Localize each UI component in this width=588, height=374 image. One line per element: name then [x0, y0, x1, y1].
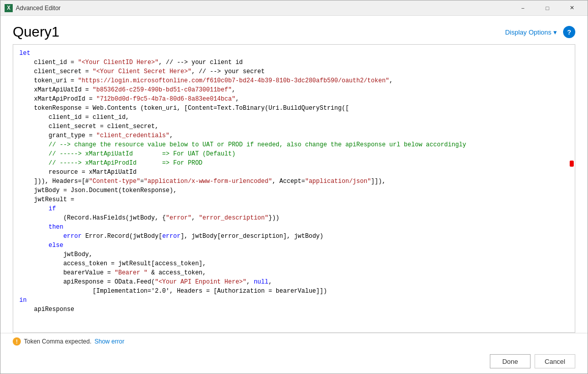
code-line: [Implementation='2.0', Headers = [Author… — [19, 287, 569, 296]
code-line: apiResponse = OData.Feed("<Your API Enpo… — [19, 277, 569, 287]
footer: Done Cancel — [1, 349, 587, 373]
close-button[interactable]: ✕ — [560, 1, 583, 16]
code-editor[interactable]: let client_id = "<Your ClientID Here>", … — [13, 45, 575, 332]
titlebar-controls: − □ ✕ — [511, 1, 583, 16]
header: Query1 Display Options ▾ ? — [1, 16, 587, 44]
minimize-button[interactable]: − — [511, 1, 535, 16]
query-title: Query1 — [13, 24, 60, 40]
done-button[interactable]: Done — [490, 354, 531, 368]
help-button[interactable]: ? — [563, 26, 575, 38]
code-line: // -----> xMartApiUatId => For UAT (Defa… — [19, 149, 569, 159]
code-line: let — [19, 49, 569, 58]
status-bar: ! Token Comma expected. Show error — [1, 333, 587, 349]
show-error-link[interactable]: Show error — [95, 338, 125, 345]
code-line: error Error.Record(jwtBody[error], jwtBo… — [19, 232, 569, 241]
cancel-button[interactable]: Cancel — [535, 354, 575, 368]
header-right: Display Options ▾ ? — [505, 26, 575, 38]
code-line: then — [19, 223, 569, 232]
code-line: jwtBody, — [19, 250, 569, 259]
code-line: jwtResult = — [19, 195, 569, 204]
code-line: access_token = jwtResult[access_token], — [19, 259, 569, 268]
display-options-button[interactable]: Display Options ▾ — [505, 28, 557, 36]
code-line: else — [19, 241, 569, 250]
code-line: token_uri = "https://login.microsoftonli… — [19, 76, 569, 85]
chevron-down-icon: ▾ — [553, 28, 557, 36]
code-line: bearerValue = "Bearer " & access_token, — [19, 268, 569, 277]
error-scroll-marker — [570, 161, 574, 167]
code-line: // -----> xMartApiProdId => For PROD — [19, 159, 569, 168]
code-line: apiResponse — [19, 305, 569, 314]
code-line: grant_type = "client_credentials", — [19, 131, 569, 140]
code-line: (Record.HasFields(jwtBody, {"error", "er… — [19, 213, 569, 223]
display-options-label: Display Options — [505, 28, 551, 36]
app-icon: X — [5, 4, 13, 12]
maximize-button[interactable]: □ — [536, 1, 559, 16]
titlebar-title: Advanced Editor — [16, 5, 511, 12]
code-line: client_id = client_id, — [19, 113, 569, 122]
code-line: resource = xMartApiUatId — [19, 168, 569, 177]
titlebar: X Advanced Editor − □ ✕ — [1, 1, 587, 16]
code-line: in — [19, 296, 569, 305]
error-text: Token Comma expected. — [24, 338, 92, 345]
code-line: xMartApiUatId = "b85362d6-c259-490b-bd51… — [19, 85, 569, 95]
code-line: ])), Headers=[#"Content-type"="applicati… — [19, 177, 569, 186]
code-line: tokenResponse = Web.Contents (token_uri,… — [19, 104, 569, 113]
code-line: jwtBody = Json.Document(tokenResponse), — [19, 186, 569, 195]
code-line: client_secret = client_secret, — [19, 122, 569, 131]
error-icon: ! — [13, 337, 21, 346]
code-line: // --> change the resource value below t… — [19, 140, 569, 149]
code-line: client_secret = "<Your Client Secret Her… — [19, 67, 569, 76]
code-line: xMartApiProdId = "712b0d0d-f9c5-4b7a-80d… — [19, 95, 569, 104]
code-line: if — [19, 204, 569, 213]
editor-area: let client_id = "<Your ClientID Here>", … — [13, 44, 575, 333]
code-line: client_id = "<Your ClientID Here>", // -… — [19, 58, 569, 67]
